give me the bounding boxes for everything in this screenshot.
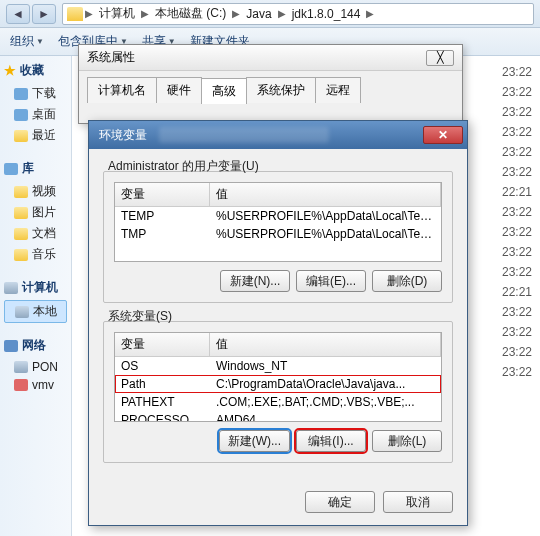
forward-button[interactable]: ► [32,4,56,24]
sidebar-item[interactable]: 音乐 [4,244,67,265]
picture-icon [14,207,28,219]
edit-user-var-button[interactable]: 编辑(E)... [296,270,366,292]
sidebar-libraries[interactable]: 库 [4,160,67,177]
col-variable[interactable]: 变量 [115,333,210,356]
close-button[interactable]: ╳ [426,50,454,66]
chevron-right-icon: ▶ [232,8,240,19]
system-variables-group: 系统变量(S) 变量 值 OSWindows_NT PathC:\Program… [103,321,453,463]
user-vars-list[interactable]: 变量 值 TEMP%USERPROFILE%\AppData\Local\Tem… [114,182,442,262]
sidebar-item[interactable]: vmv [4,376,67,394]
organize-menu[interactable]: 组织 ▼ [10,33,44,50]
breadcrumb[interactable]: jdk1.8.0_144 [288,7,365,21]
edit-sys-var-button[interactable]: 编辑(I)... [296,430,366,452]
sidebar-item[interactable]: 图片 [4,202,67,223]
breadcrumb[interactable]: 本地磁盘 (C:) [151,5,230,22]
var-row[interactable]: PROCESSOR_ARAMD64 [115,411,441,422]
sysprops-tabs: 计算机名 硬件 高级 系统保护 远程 [79,71,462,103]
sysprops-title: 系统属性 [87,49,135,66]
drive-icon [15,306,29,318]
envvars-titlebar[interactable]: 环境变量 ✕ [89,121,467,149]
col-variable[interactable]: 变量 [115,183,210,206]
title-blur [159,127,329,143]
sidebar-favorites[interactable]: ★收藏 [4,62,67,79]
environment-variables-dialog: 环境变量 ✕ Administrator 的用户变量(U) 变量 值 TEMP%… [88,120,468,526]
recent-icon [14,130,28,142]
network-icon [4,340,18,352]
video-icon [14,186,28,198]
chevron-right-icon: ▶ [85,8,93,19]
system-properties-dialog: 系统属性 ╳ 计算机名 硬件 高级 系统保护 远程 [78,44,463,124]
sidebar-item[interactable]: 文档 [4,223,67,244]
chevron-right-icon: ▶ [141,8,149,19]
user-vars-label: Administrator 的用户变量(U) [106,158,261,175]
col-value[interactable]: 值 [210,333,441,356]
sidebar-item[interactable]: PON [4,358,67,376]
sys-vars-label: 系统变量(S) [106,308,174,325]
folder-icon [67,7,83,21]
breadcrumb[interactable]: 计算机 [95,5,139,22]
back-button[interactable]: ◄ [6,4,30,24]
var-row-path[interactable]: PathC:\ProgramData\Oracle\Java\java... [115,375,441,393]
explorer-sidebar: ★收藏 下载 桌面 最近 库 视频 图片 文档 音乐 计算机 本地 网络 PON… [0,56,72,536]
tab-computer-name[interactable]: 计算机名 [87,77,157,103]
var-row[interactable]: TEMP%USERPROFILE%\AppData\Local\Temp [115,207,441,225]
breadcrumb[interactable]: Java [242,7,275,21]
sidebar-item[interactable]: 最近 [4,125,67,146]
download-icon [14,88,28,100]
delete-user-var-button[interactable]: 删除(D) [372,270,442,292]
address-bar[interactable]: ▶ 计算机 ▶ 本地磁盘 (C:) ▶ Java ▶ jdk1.8.0_144 … [62,3,534,25]
sidebar-item[interactable]: 下载 [4,83,67,104]
pc-icon [14,361,28,373]
music-icon [14,249,28,261]
chevron-right-icon: ▶ [278,8,286,19]
document-icon [14,228,28,240]
ok-button[interactable]: 确定 [305,491,375,513]
chevron-right-icon: ▶ [366,8,374,19]
sidebar-item[interactable]: 视频 [4,181,67,202]
library-icon [4,163,18,175]
list-header: 变量 值 [115,333,441,357]
star-icon: ★ [4,63,16,78]
sidebar-item[interactable]: 桌面 [4,104,67,125]
tab-advanced[interactable]: 高级 [201,78,247,104]
chevron-down-icon: ▼ [36,37,44,46]
tab-remote[interactable]: 远程 [315,77,361,103]
var-row[interactable]: TMP%USERPROFILE%\AppData\Local\Temp [115,225,441,243]
list-header: 变量 值 [115,183,441,207]
sidebar-computer[interactable]: 计算机 [4,279,67,296]
cancel-button[interactable]: 取消 [383,491,453,513]
explorer-titlebar: ◄ ► ▶ 计算机 ▶ 本地磁盘 (C:) ▶ Java ▶ jdk1.8.0_… [0,0,540,28]
envvars-title: 环境变量 [99,127,147,144]
system-vars-list[interactable]: 变量 值 OSWindows_NT PathC:\ProgramData\Ora… [114,332,442,422]
delete-sys-var-button[interactable]: 删除(L) [372,430,442,452]
new-sys-var-button[interactable]: 新建(W)... [219,430,290,452]
tab-hardware[interactable]: 硬件 [156,77,202,103]
desktop-icon [14,109,28,121]
sidebar-item[interactable]: 本地 [4,300,67,323]
close-button[interactable]: ✕ [423,126,463,144]
nav-arrows: ◄ ► [6,4,56,24]
sysprops-titlebar[interactable]: 系统属性 ╳ [79,45,462,71]
tab-system-protection[interactable]: 系统保护 [246,77,316,103]
computer-icon [4,282,18,294]
user-variables-group: Administrator 的用户变量(U) 变量 值 TEMP%USERPRO… [103,171,453,303]
vm-icon [14,379,28,391]
sidebar-network[interactable]: 网络 [4,337,67,354]
col-value[interactable]: 值 [210,183,441,206]
new-user-var-button[interactable]: 新建(N)... [220,270,290,292]
var-row[interactable]: OSWindows_NT [115,357,441,375]
var-row[interactable]: PATHEXT.COM;.EXE;.BAT;.CMD;.VBS;.VBE;... [115,393,441,411]
